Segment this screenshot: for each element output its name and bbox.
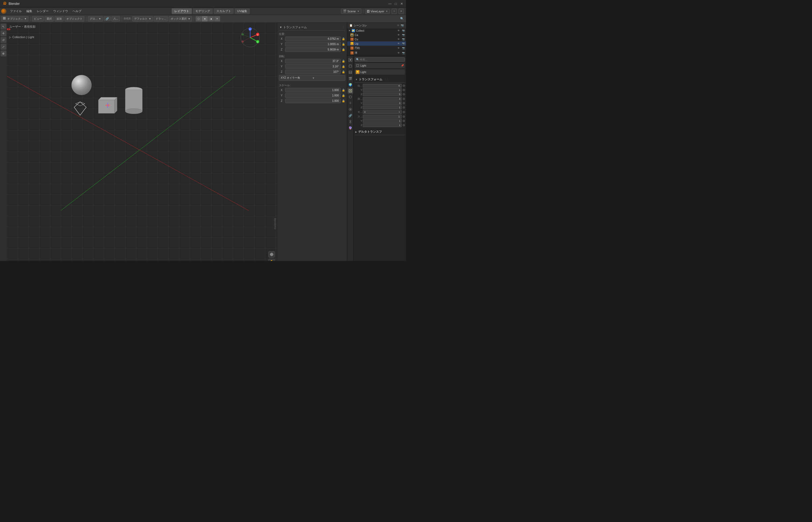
scale-y-value[interactable]: 1.000: [285, 93, 341, 98]
close-scene-button[interactable]: ✕: [398, 8, 404, 14]
pin-icon[interactable]: 📌: [401, 64, 404, 67]
move-tool[interactable]: ✛: [1, 31, 6, 36]
scale-x-value[interactable]: 1.000: [285, 88, 341, 93]
data-props-icon[interactable]: [348, 119, 353, 125]
props-mode-value[interactable]: X ▼: [363, 110, 402, 114]
particles-props-icon[interactable]: ⠿: [348, 100, 353, 106]
light-cam[interactable]: 📷: [402, 42, 405, 45]
pos-z-value[interactable]: 5.9039 m: [285, 47, 341, 52]
menu-file[interactable]: ファイル: [8, 8, 24, 14]
scale-x-lock[interactable]: 🔒: [341, 88, 345, 92]
zoom-gizmo-button[interactable]: [269, 251, 275, 258]
scale-y-lock[interactable]: 🔒: [341, 94, 345, 98]
object-menu[interactable]: オブジェクト: [64, 16, 84, 21]
render-props-icon[interactable]: [348, 57, 353, 63]
proportional-toggle[interactable]: 八...: [112, 16, 120, 21]
search-button[interactable]: 🔍: [399, 16, 405, 21]
add-menu[interactable]: 追加: [55, 16, 64, 21]
pos-y-value[interactable]: 1.0055 m: [285, 42, 341, 46]
outliner-item-camera[interactable]: 📷 Ca 👁 📷: [347, 33, 406, 37]
rot-z-value[interactable]: 107°: [285, 69, 341, 74]
material-button[interactable]: ◑: [208, 16, 214, 21]
cube-cam[interactable]: 📷: [402, 38, 405, 41]
tab-modeling[interactable]: モデリング: [193, 8, 213, 14]
mode-selector[interactable]: オブジェク... ▼: [1, 16, 28, 21]
props-scale-y-value[interactable]: 1: [363, 119, 402, 123]
select-menu[interactable]: 選択: [45, 16, 54, 21]
blenderkit-tab[interactable]: BlenderKit: [273, 217, 277, 230]
cam-cam[interactable]: 📷: [402, 34, 405, 36]
rotation-mode-selector[interactable]: XYZ オイラー角 ▼: [279, 75, 345, 81]
scene-props-icon[interactable]: 🎬: [348, 76, 353, 81]
sphere-cam[interactable]: 📷: [402, 52, 405, 54]
tab-uv[interactable]: UV編集: [235, 8, 250, 14]
pos-x-lock[interactable]: 🔒: [341, 37, 345, 41]
rot-x-lock[interactable]: 🔒: [341, 59, 345, 63]
wireframe-button[interactable]: ⬡: [196, 16, 201, 21]
collection-cam[interactable]: 📷: [402, 29, 405, 32]
pos-z-lock[interactable]: 🔒: [341, 48, 345, 52]
props-rot-y-value[interactable]: 3: [363, 101, 402, 105]
scale-tool[interactable]: ⤢: [1, 44, 6, 50]
menu-edit[interactable]: 編集: [24, 8, 34, 14]
props-pos-y-value[interactable]: 1: [363, 88, 402, 92]
cam-eye[interactable]: 👁: [397, 34, 400, 36]
rot-y-value[interactable]: 3.16°: [285, 64, 341, 69]
material-props-icon[interactable]: 🔮: [348, 125, 353, 131]
rot-y-lock[interactable]: 🔒: [341, 65, 345, 68]
outliner-item-cube[interactable]: ▽ Cu 👁 📷: [347, 37, 406, 41]
output-props-icon[interactable]: [348, 63, 353, 69]
pos-x-value[interactable]: 4.0762 m: [285, 37, 341, 41]
viewlayer-selector[interactable]: 🖼 ViewLayer ▼: [365, 9, 390, 14]
sphere-eye[interactable]: 👁: [397, 52, 400, 54]
outliner-item-cylinder[interactable]: ▽ 円柱 👁 📷: [347, 46, 406, 51]
object-props-icon[interactable]: [348, 88, 353, 94]
light-eye[interactable]: 👁: [397, 42, 400, 45]
coord-selector[interactable]: デフォルト ▼: [132, 16, 153, 21]
cube-eye[interactable]: 👁: [397, 38, 400, 41]
outliner-item-sphere[interactable]: ▽ 球 👁 📷: [347, 51, 406, 55]
solid-button[interactable]: ●: [202, 16, 208, 21]
cylinder-cam[interactable]: 📷: [402, 47, 405, 49]
menu-window[interactable]: ウィンドウ: [51, 8, 70, 14]
rot-x-value[interactable]: 37.3°: [285, 59, 341, 63]
pan-gizmo-button[interactable]: ✋: [269, 259, 275, 261]
collection-eye[interactable]: 👁: [397, 29, 400, 32]
viewport[interactable]: ユーザー・透視投影 ▷ Collection | Light: [7, 23, 277, 261]
delta-section-header[interactable]: ▶ デルタトランスフ: [355, 129, 405, 135]
props-scale-z-value[interactable]: 1: [363, 123, 402, 127]
rot-z-lock[interactable]: 🔒: [341, 70, 345, 74]
tab-layout[interactable]: レイアウト: [172, 8, 192, 14]
pos-y-lock[interactable]: 🔒: [341, 42, 345, 46]
props-rot-z-value[interactable]: 1: [363, 105, 402, 109]
props-search-input[interactable]: [360, 58, 403, 61]
transform-tool[interactable]: ⊕: [1, 51, 6, 56]
close-button[interactable]: ✕: [399, 2, 404, 6]
props-pos-x-value[interactable]: 4.: [363, 84, 402, 87]
scale-z-value[interactable]: 1.000: [285, 99, 341, 103]
snapping-toggle[interactable]: 🔗: [104, 16, 111, 21]
select-tool[interactable]: ↖: [1, 24, 6, 29]
maximize-button[interactable]: □: [394, 2, 398, 6]
new-scene-button[interactable]: +: [392, 8, 397, 14]
constraints-props-icon[interactable]: 🔗: [348, 113, 353, 119]
props-pos-z-value[interactable]: 5: [363, 93, 402, 96]
view-layer-props-icon[interactable]: [348, 69, 353, 75]
scene-selector[interactable]: 🎬 Scene ▼: [341, 8, 361, 14]
cylinder-eye[interactable]: 👁: [397, 47, 400, 49]
world-props-icon[interactable]: 🌍: [348, 82, 353, 87]
rotate-tool[interactable]: ↺: [1, 37, 6, 43]
modifier-props-icon[interactable]: [348, 94, 353, 100]
outliner-item-collection[interactable]: ▼ 📁 Collect 👁 📷: [347, 28, 406, 33]
view-menu[interactable]: ビュー: [32, 16, 44, 21]
menu-render[interactable]: レンダー: [35, 8, 51, 14]
transform-pivot[interactable]: グロ... ▼: [88, 16, 103, 21]
drag-mode[interactable]: ドラッ...: [154, 16, 168, 21]
menu-help[interactable]: ヘルプ: [71, 8, 83, 14]
scale-z-lock[interactable]: 🔒: [341, 99, 345, 103]
props-scale-x-value[interactable]: 1.: [363, 115, 402, 119]
box-select[interactable]: ボックス選択 ▼: [169, 16, 192, 21]
minimize-button[interactable]: —: [388, 2, 392, 6]
props-rot-x-value[interactable]: 3: [363, 97, 402, 101]
outliner-item-light[interactable]: 💡 Lig 👁 📷: [347, 41, 406, 46]
